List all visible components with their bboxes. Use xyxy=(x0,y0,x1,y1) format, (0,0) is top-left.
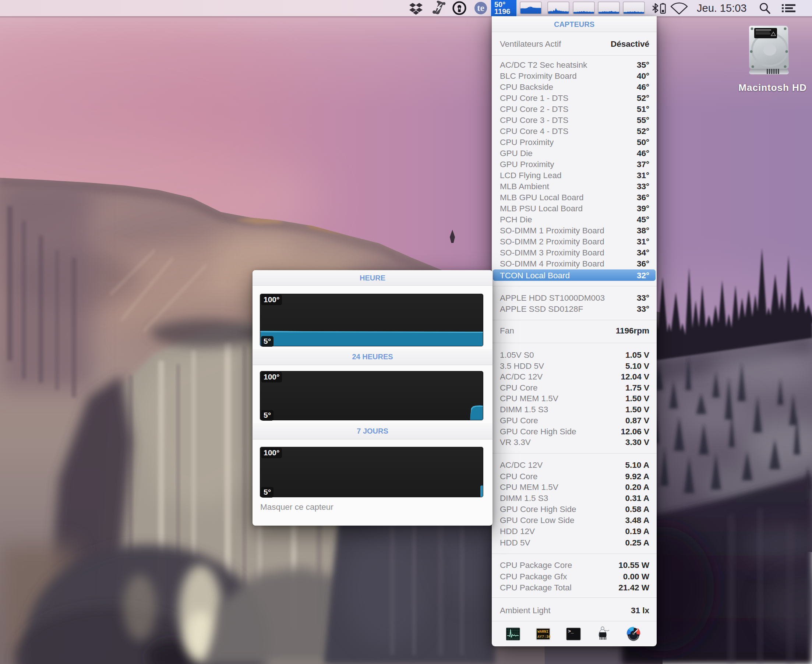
svg-text:WARNI: WARNI xyxy=(537,630,548,634)
svg-text:>_: >_ xyxy=(568,629,574,634)
svg-text:te: te xyxy=(477,3,484,13)
svg-text:AY7:36: AY7:36 xyxy=(537,635,551,639)
